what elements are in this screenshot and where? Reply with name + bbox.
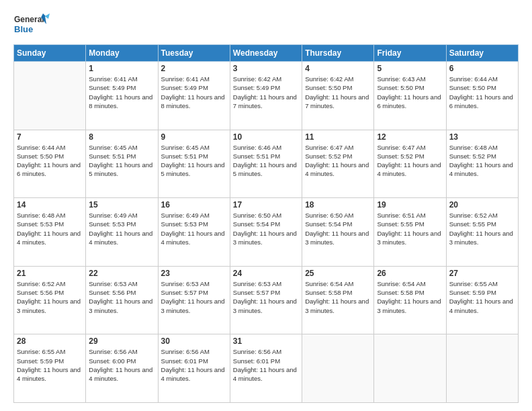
- day-header-saturday: Saturday: [446, 45, 518, 62]
- cell-sun-info: Sunrise: 6:50 AM Sunset: 5:54 PM Dayligh…: [233, 211, 299, 246]
- calendar-cell: [14, 62, 86, 130]
- calendar-cell: 3Sunrise: 6:42 AM Sunset: 5:49 PM Daylig…: [230, 62, 302, 130]
- cell-sun-info: Sunrise: 6:45 AM Sunset: 5:51 PM Dayligh…: [89, 143, 154, 179]
- day-header-monday: Monday: [86, 45, 158, 62]
- calendar-cell: 10Sunrise: 6:46 AM Sunset: 5:51 PM Dayli…: [230, 130, 302, 198]
- calendar-cell: 22Sunrise: 6:53 AM Sunset: 5:56 PM Dayli…: [86, 266, 158, 334]
- cell-sun-info: Sunrise: 6:52 AM Sunset: 5:56 PM Dayligh…: [17, 279, 83, 315]
- day-number: 18: [305, 200, 371, 210]
- calendar-cell: 4Sunrise: 6:42 AM Sunset: 5:50 PM Daylig…: [302, 62, 374, 130]
- cell-sun-info: Sunrise: 6:49 AM Sunset: 5:53 PM Dayligh…: [89, 211, 154, 246]
- day-number: 5: [377, 64, 443, 73]
- calendar-cell: 28Sunrise: 6:55 AM Sunset: 5:59 PM Dayli…: [14, 334, 86, 403]
- calendar-cell: 24Sunrise: 6:53 AM Sunset: 5:57 PM Dayli…: [230, 266, 302, 334]
- calendar-cell: 11Sunrise: 6:47 AM Sunset: 5:52 PM Dayli…: [302, 130, 374, 198]
- calendar-cell: 25Sunrise: 6:54 AM Sunset: 5:58 PM Dayli…: [302, 266, 374, 334]
- cell-sun-info: Sunrise: 6:56 AM Sunset: 6:01 PM Dayligh…: [161, 347, 227, 383]
- cell-sun-info: Sunrise: 6:51 AM Sunset: 5:55 PM Dayligh…: [377, 211, 443, 246]
- day-number: 15: [89, 200, 154, 210]
- calendar-cell: 8Sunrise: 6:45 AM Sunset: 5:51 PM Daylig…: [86, 130, 158, 198]
- calendar-page: General Blue SundayMondayTuesdayWednesda…: [0, 0, 532, 411]
- header: General Blue: [13, 12, 519, 38]
- calendar-table: SundayMondayTuesdayWednesdayThursdayFrid…: [13, 44, 519, 403]
- cell-sun-info: Sunrise: 6:47 AM Sunset: 5:52 PM Dayligh…: [305, 143, 371, 179]
- day-number: 22: [89, 269, 154, 278]
- day-number: 20: [449, 200, 515, 210]
- calendar-cell: 2Sunrise: 6:41 AM Sunset: 5:49 PM Daylig…: [158, 62, 230, 130]
- day-header-sunday: Sunday: [14, 45, 86, 62]
- calendar-cell: 12Sunrise: 6:47 AM Sunset: 5:52 PM Dayli…: [374, 130, 446, 198]
- day-number: 10: [233, 132, 299, 142]
- calendar-cell: 21Sunrise: 6:52 AM Sunset: 5:56 PM Dayli…: [14, 266, 86, 334]
- day-number: 29: [89, 336, 154, 346]
- calendar-cell: 26Sunrise: 6:54 AM Sunset: 5:58 PM Dayli…: [374, 266, 446, 334]
- calendar-cell: 13Sunrise: 6:48 AM Sunset: 5:52 PM Dayli…: [446, 130, 518, 198]
- day-number: 11: [305, 132, 371, 142]
- day-number: 6: [449, 64, 515, 73]
- cell-sun-info: Sunrise: 6:46 AM Sunset: 5:51 PM Dayligh…: [233, 143, 299, 179]
- svg-text:Blue: Blue: [14, 24, 33, 34]
- cell-sun-info: Sunrise: 6:50 AM Sunset: 5:54 PM Dayligh…: [305, 211, 371, 246]
- calendar-cell: [302, 334, 374, 403]
- cell-sun-info: Sunrise: 6:54 AM Sunset: 5:58 PM Dayligh…: [305, 279, 371, 315]
- day-number: 24: [233, 269, 299, 278]
- calendar-cell: [446, 334, 518, 403]
- day-number: 19: [377, 200, 443, 210]
- day-number: 2: [161, 64, 227, 73]
- day-number: 8: [89, 132, 154, 142]
- calendar-cell: 9Sunrise: 6:45 AM Sunset: 5:51 PM Daylig…: [158, 130, 230, 198]
- cell-sun-info: Sunrise: 6:56 AM Sunset: 6:00 PM Dayligh…: [89, 347, 154, 383]
- logo-svg: General Blue: [13, 12, 50, 38]
- cell-sun-info: Sunrise: 6:52 AM Sunset: 5:55 PM Dayligh…: [449, 211, 515, 246]
- day-number: 17: [233, 200, 299, 210]
- calendar-cell: 27Sunrise: 6:55 AM Sunset: 5:59 PM Dayli…: [446, 266, 518, 334]
- svg-marker-3: [45, 13, 50, 19]
- day-number: 31: [233, 336, 299, 346]
- day-number: 25: [305, 269, 371, 278]
- calendar-cell: 18Sunrise: 6:50 AM Sunset: 5:54 PM Dayli…: [302, 198, 374, 267]
- cell-sun-info: Sunrise: 6:44 AM Sunset: 5:50 PM Dayligh…: [449, 75, 515, 110]
- cell-sun-info: Sunrise: 6:55 AM Sunset: 5:59 PM Dayligh…: [17, 347, 83, 383]
- calendar-week-2: 7Sunrise: 6:44 AM Sunset: 5:50 PM Daylig…: [14, 130, 519, 198]
- cell-sun-info: Sunrise: 6:53 AM Sunset: 5:56 PM Dayligh…: [89, 279, 154, 315]
- day-number: 21: [17, 269, 83, 278]
- day-number: 16: [161, 200, 227, 210]
- day-header-friday: Friday: [374, 45, 446, 62]
- calendar-cell: [374, 334, 446, 403]
- day-header-tuesday: Tuesday: [158, 45, 230, 62]
- calendar-body: 1Sunrise: 6:41 AM Sunset: 5:49 PM Daylig…: [14, 62, 519, 403]
- calendar-cell: 29Sunrise: 6:56 AM Sunset: 6:00 PM Dayli…: [86, 334, 158, 403]
- calendar-cell: 19Sunrise: 6:51 AM Sunset: 5:55 PM Dayli…: [374, 198, 446, 267]
- cell-sun-info: Sunrise: 6:48 AM Sunset: 5:53 PM Dayligh…: [17, 211, 83, 246]
- day-number: 3: [233, 64, 299, 73]
- logo: General Blue: [13, 12, 50, 38]
- cell-sun-info: Sunrise: 6:45 AM Sunset: 5:51 PM Dayligh…: [161, 143, 227, 179]
- cell-sun-info: Sunrise: 6:43 AM Sunset: 5:50 PM Dayligh…: [377, 75, 443, 110]
- calendar-cell: 1Sunrise: 6:41 AM Sunset: 5:49 PM Daylig…: [86, 62, 158, 130]
- day-number: 9: [161, 132, 227, 142]
- cell-sun-info: Sunrise: 6:49 AM Sunset: 5:53 PM Dayligh…: [161, 211, 227, 246]
- day-header-wednesday: Wednesday: [230, 45, 302, 62]
- calendar-week-4: 21Sunrise: 6:52 AM Sunset: 5:56 PM Dayli…: [14, 266, 519, 334]
- day-number: 23: [161, 269, 227, 278]
- calendar-cell: 15Sunrise: 6:49 AM Sunset: 5:53 PM Dayli…: [86, 198, 158, 267]
- cell-sun-info: Sunrise: 6:53 AM Sunset: 5:57 PM Dayligh…: [161, 279, 227, 315]
- day-number: 7: [17, 132, 83, 142]
- svg-text:General: General: [14, 15, 44, 24]
- calendar-cell: 16Sunrise: 6:49 AM Sunset: 5:53 PM Dayli…: [158, 198, 230, 267]
- day-number: 1: [89, 64, 154, 73]
- cell-sun-info: Sunrise: 6:53 AM Sunset: 5:57 PM Dayligh…: [233, 279, 299, 315]
- day-header-thursday: Thursday: [302, 45, 374, 62]
- day-number: 12: [377, 132, 443, 142]
- calendar-cell: 5Sunrise: 6:43 AM Sunset: 5:50 PM Daylig…: [374, 62, 446, 130]
- calendar-cell: 30Sunrise: 6:56 AM Sunset: 6:01 PM Dayli…: [158, 334, 230, 403]
- calendar-week-1: 1Sunrise: 6:41 AM Sunset: 5:49 PM Daylig…: [14, 62, 519, 130]
- calendar-cell: 20Sunrise: 6:52 AM Sunset: 5:55 PM Dayli…: [446, 198, 518, 267]
- day-number: 26: [377, 269, 443, 278]
- calendar-cell: 7Sunrise: 6:44 AM Sunset: 5:50 PM Daylig…: [14, 130, 86, 198]
- calendar-cell: 23Sunrise: 6:53 AM Sunset: 5:57 PM Dayli…: [158, 266, 230, 334]
- cell-sun-info: Sunrise: 6:41 AM Sunset: 5:49 PM Dayligh…: [161, 75, 227, 110]
- calendar-cell: 14Sunrise: 6:48 AM Sunset: 5:53 PM Dayli…: [14, 198, 86, 267]
- day-number: 30: [161, 336, 227, 346]
- calendar-header-row: SundayMondayTuesdayWednesdayThursdayFrid…: [14, 45, 519, 62]
